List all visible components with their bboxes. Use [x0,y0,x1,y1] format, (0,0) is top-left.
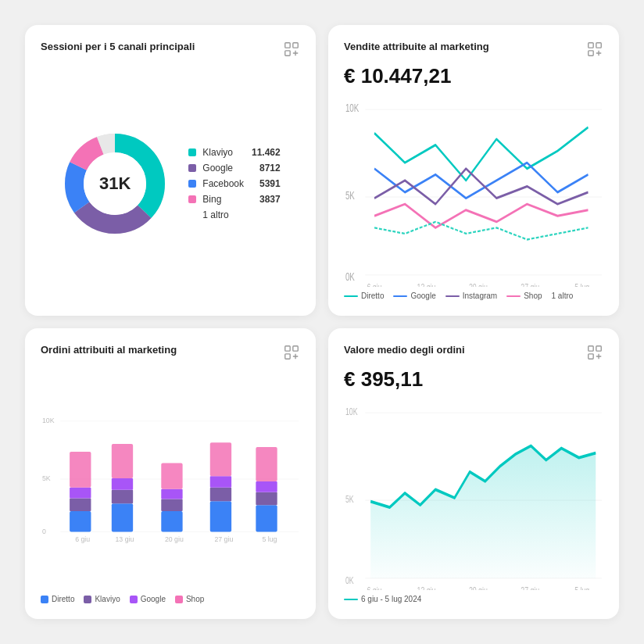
legend-google-o: Google [130,595,166,603]
legend-sq-shop [175,596,183,603]
legend-item-other: 1 altro [188,209,280,220]
svg-rect-1 [293,43,298,48]
legend-item-google: Google 8712 [188,163,280,174]
svg-text:20 giu: 20 giu [469,281,488,287]
svg-text:0K: 0K [345,270,355,284]
export-icon[interactable] [283,41,300,58]
legend-dot-other [188,211,196,219]
svg-rect-60 [589,354,593,359]
svg-marker-72 [370,445,596,578]
svg-text:10K: 10K [345,101,360,115]
export-icon-vendite[interactable] [586,41,603,58]
export-icon-valore[interactable] [586,344,603,361]
svg-text:27 giu: 27 giu [521,585,539,590]
svg-text:5K: 5K [345,493,354,504]
legend-other-v: 1 altro [552,292,574,300]
legend-label-klaviyo-o: Klaviyo [95,595,120,603]
legend-diretto-o: Diretto [41,595,74,603]
legend-label-instagram: Instagram [463,292,497,300]
legend-label-shop: Shop [524,292,542,300]
valore-card: Valore medio degli ordini € 395,11 10K 5… [328,328,619,619]
legend-label-date: 6 giu - 5 lug 2024 [361,595,421,603]
legend-shop: Shop [506,292,542,300]
legend-label-shop-o: Shop [186,595,204,603]
svg-rect-52 [210,476,231,488]
svg-text:0K: 0K [345,575,354,586]
legend-name-facebook: Facebook [202,178,244,189]
svg-rect-26 [285,354,290,359]
svg-rect-12 [589,51,593,55]
legend-value-bing: 3837 [250,194,281,205]
svg-rect-11 [596,43,601,48]
ordini-title: Ordini attribuiti al marketing [41,344,177,356]
legend-name-klaviyo: Klaviyo [202,147,233,158]
vendite-legend-row: Diretto Google Instagram Shop 1 altro [344,292,603,300]
svg-rect-39 [70,498,91,511]
vendite-card: Vendite attribuite al marketing € 10.447… [328,25,619,316]
svg-rect-25 [293,346,298,351]
legend-label-google-v: Google [410,292,435,300]
export-icon-ordini[interactable] [283,344,300,361]
ordini-header: Ordini attribuiti al marketing [41,344,300,361]
svg-rect-43 [112,490,133,504]
svg-text:0: 0 [42,528,46,535]
vendite-svg: 10K 5K 0K 6 giu 13 giu 20 giu 27 giu 5 l… [344,98,603,287]
svg-text:5K: 5K [42,474,51,482]
legend-instagram: Instagram [445,292,497,300]
legend-dot-facebook [188,180,196,188]
sessions-card: Sessioni per i 5 canali principali [25,25,316,316]
svg-text:13 giu: 13 giu [417,585,436,590]
svg-text:5 lug: 5 lug [574,281,589,287]
legend-label-google-o: Google [141,595,166,603]
valore-legend-row: 6 giu - 5 lug 2024 [344,595,603,603]
svg-rect-38 [70,511,91,531]
valore-chart-area: 10K 5K 0K 6 giu 13 giu 20 giu 27 giu 5 l… [344,401,603,590]
legend-line-google [393,295,407,297]
svg-rect-40 [70,488,91,499]
svg-rect-41 [70,452,91,488]
svg-text:10K: 10K [42,417,55,424]
legend-name-google: Google [202,163,233,174]
svg-text:27 giu: 27 giu [214,535,233,543]
legend-item-bing: Bing 3837 [188,194,280,205]
svg-rect-49 [161,463,182,489]
svg-rect-56 [256,481,277,492]
sessions-legend: Klaviyo 11.462 Google 8712 Facebook 5391… [188,147,280,220]
vendite-value: € 10.447,21 [344,64,603,88]
svg-text:27 giu: 27 giu [521,281,539,287]
legend-line-date [344,599,358,600]
svg-rect-2 [285,51,290,55]
legend-google-v: Google [393,292,435,300]
legend-item-facebook: Facebook 5391 [188,178,280,189]
donut-center-label: 31K [99,174,131,194]
ordini-card: Ordini attribuiti al marketing 10K 5K 0 … [25,328,316,619]
ordini-svg: 10K 5K 0 6 giu 13 giu 20 giu 27 giu 5 lu… [41,370,300,590]
vendite-title: Vendite attribuite al marketing [344,41,489,52]
svg-text:6 giu: 6 giu [367,585,382,590]
svg-text:10K: 10K [345,406,358,417]
legend-sq-klaviyo [84,596,91,603]
valore-value: € 395,11 [344,367,603,392]
svg-rect-53 [210,442,231,476]
svg-rect-55 [256,492,277,506]
svg-rect-10 [589,43,593,48]
legend-line-instagram [445,295,460,297]
legend-item-klaviyo: Klaviyo 11.462 [188,147,280,158]
legend-value-klaviyo: 11.462 [242,147,281,158]
svg-text:13 giu: 13 giu [417,281,436,287]
svg-rect-44 [112,478,133,490]
legend-label-diretto-o: Diretto [52,595,74,603]
ordini-legend-row: Diretto Klaviyo Google Shop [41,595,300,603]
legend-date-range: 6 giu - 5 lug 2024 [344,595,421,603]
svg-rect-59 [596,346,601,351]
svg-rect-47 [161,499,182,511]
vendite-header: Vendite attribuite al marketing [344,41,603,58]
valore-header: Valore medio degli ordini [344,344,603,361]
sessions-title: Sessioni per i 5 canali principali [41,41,195,52]
legend-value-google: 8712 [250,163,281,174]
svg-text:5K: 5K [345,188,355,202]
ordini-chart-area: 10K 5K 0 6 giu 13 giu 20 giu 27 giu 5 lu… [41,370,300,590]
svg-rect-54 [256,505,277,531]
svg-text:6 giu: 6 giu [75,535,90,543]
svg-rect-51 [210,488,231,502]
